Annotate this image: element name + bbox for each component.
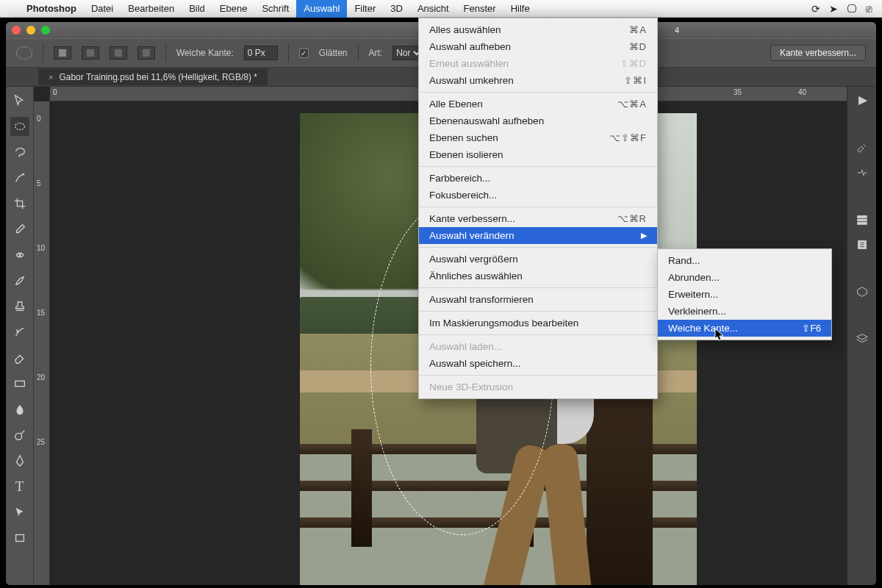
vertical-ruler: 0 5 10 15 20 25: [34, 101, 50, 585]
type-tool-icon[interactable]: T: [10, 477, 29, 496]
menu-3d[interactable]: 3D: [383, 0, 410, 18]
submenu-item[interactable]: Abrunden...: [658, 269, 831, 286]
menu-filter[interactable]: Filter: [347, 0, 383, 18]
app-name[interactable]: Photoshop: [19, 3, 84, 14]
menu-item[interactable]: Auswahl speichern...: [419, 355, 657, 372]
menu-item-label: Farbbereich...: [429, 173, 490, 184]
tray-sync-icon[interactable]: ⟳: [811, 3, 820, 15]
menu-item[interactable]: Farbbereich...: [419, 170, 657, 187]
antialias-checkbox[interactable]: ✓: [299, 49, 309, 58]
menu-item[interactable]: Im Maskierungsmodus bearbeiten: [419, 315, 657, 331]
menu-fenster[interactable]: Fenster: [456, 0, 503, 18]
menu-item-shortcut: ⇧⌘D: [620, 58, 647, 69]
window-minimize-button[interactable]: [26, 26, 35, 35]
menu-item: Auswahl laden...: [419, 338, 657, 355]
menu-item[interactable]: Auswahl umkehren⇧⌘I: [419, 72, 657, 89]
eraser-tool-icon[interactable]: [10, 348, 29, 368]
tray-arrow-icon[interactable]: ➤: [829, 3, 838, 15]
menu-item-shortcut: ⌘D: [629, 41, 647, 52]
svg-point-0: [15, 123, 24, 130]
tray-airplay-icon[interactable]: ⎚: [866, 3, 872, 15]
panel-3d-icon[interactable]: [853, 284, 871, 300]
panel-history-icon[interactable]: [853, 212, 871, 228]
panel-brushes-icon[interactable]: [853, 140, 871, 156]
svg-rect-7: [857, 223, 867, 225]
menu-item[interactable]: Ebenen suchen⌥⇧⌘F: [419, 129, 657, 146]
healing-tool-icon[interactable]: [10, 245, 29, 265]
refine-edge-button[interactable]: Kante verbessern...: [770, 45, 866, 61]
menu-bearbeiten[interactable]: Bearbeiten: [121, 0, 182, 18]
menu-datei[interactable]: Datei: [84, 0, 121, 18]
dodge-tool-icon[interactable]: [10, 426, 29, 445]
menu-ebene[interactable]: Ebene: [212, 0, 255, 18]
menu-item[interactable]: Auswahl vergrößern: [419, 251, 657, 268]
panel-layers-icon[interactable]: [853, 331, 871, 347]
tab-close-icon[interactable]: ×: [49, 73, 53, 82]
ruler-tick: 20: [37, 373, 45, 381]
menu-item[interactable]: Auswahl verändern▶: [419, 227, 657, 244]
marquee-tool-icon[interactable]: [10, 117, 29, 136]
menu-item[interactable]: Kante verbessern...⌥⌘R: [419, 210, 657, 227]
tray-display-icon[interactable]: 🖵: [847, 3, 857, 15]
selection-mode-intersect[interactable]: [137, 46, 155, 60]
submenu-item[interactable]: Erweitern...: [658, 286, 831, 303]
move-tool-icon[interactable]: [10, 91, 29, 110]
menu-item-label: Auswahl aufheben: [429, 41, 511, 52]
quick-select-tool-icon[interactable]: [10, 168, 29, 187]
blur-tool-icon[interactable]: [10, 400, 29, 419]
menu-item[interactable]: Fokusbereich...: [419, 187, 657, 204]
menu-hilfe[interactable]: Hilfe: [503, 0, 537, 18]
submenu-item-label: Weiche Kante...: [668, 323, 738, 334]
svg-rect-4: [15, 535, 24, 542]
panel-play-icon[interactable]: [853, 93, 871, 109]
eyedropper-tool-icon[interactable]: [10, 220, 29, 239]
crop-tool-icon[interactable]: [10, 194, 29, 213]
stamp-tool-icon[interactable]: [10, 297, 29, 316]
document-tab[interactable]: × Gabor Training.psd bei 11,6% (Helligke…: [38, 68, 268, 85]
path-select-tool-icon[interactable]: [10, 503, 29, 522]
gradient-tool-icon[interactable]: [10, 374, 29, 393]
menu-item-label: Auswahl laden...: [429, 341, 502, 352]
style-label: Art:: [369, 48, 383, 58]
menu-item[interactable]: Ähnliches auswählen: [419, 268, 657, 284]
menu-item-label: Auswahl speichern...: [429, 358, 521, 369]
menu-auswahl[interactable]: Auswahl: [296, 0, 347, 18]
window-close-button[interactable]: [12, 26, 21, 35]
menu-bild[interactable]: Bild: [182, 0, 212, 18]
menu-item-label: Erneut auswählen: [429, 58, 509, 69]
window-zoom-button[interactable]: [41, 26, 50, 35]
menu-item: Neue 3D-Extrusion: [419, 379, 657, 395]
pen-tool-icon[interactable]: [10, 451, 29, 470]
menu-item[interactable]: Alle Ebenen⌥⌘A: [419, 96, 657, 112]
selection-mode-new[interactable]: [54, 46, 71, 60]
menu-item[interactable]: Ebenen isolieren: [419, 146, 657, 163]
submenu-item[interactable]: Weiche Kante...⇧F6: [658, 320, 831, 337]
menu-item[interactable]: Auswahl transformieren: [419, 291, 657, 308]
menu-item[interactable]: Ebenenauswahl aufheben: [419, 112, 657, 129]
panel-clone-icon[interactable]: [853, 165, 871, 181]
svg-rect-2: [15, 381, 24, 386]
brush-tool-icon[interactable]: [10, 271, 29, 290]
submenu-item[interactable]: Rand...: [658, 252, 831, 269]
feather-input[interactable]: [244, 46, 278, 60]
ruler-tick: 5: [37, 179, 41, 187]
menu-item-shortcut: ⌘A: [629, 24, 647, 35]
menu-schrift[interactable]: Schrift: [254, 0, 296, 18]
panel-actions-icon[interactable]: [853, 237, 871, 253]
selection-mode-subtract[interactable]: [110, 46, 127, 60]
menu-item-shortcut: ⌥⌘A: [617, 98, 647, 110]
svg-rect-5: [857, 216, 867, 218]
menu-ansicht[interactable]: Ansicht: [410, 0, 456, 18]
svg-point-3: [15, 433, 21, 440]
menu-item[interactable]: Alles auswählen⌘A: [419, 21, 657, 38]
menu-item[interactable]: Auswahl aufheben⌘D: [419, 38, 657, 55]
lasso-tool-icon[interactable]: [10, 143, 29, 162]
selection-mode-add[interactable]: [82, 46, 99, 60]
history-brush-tool-icon[interactable]: [10, 323, 29, 342]
submenu-item-label: Verkleinern...: [668, 306, 726, 317]
active-tool-icon[interactable]: [16, 46, 32, 60]
submenu-item[interactable]: Verkleinern...: [658, 303, 831, 320]
menu-item-label: Im Maskierungsmodus bearbeiten: [429, 318, 578, 329]
menu-item-label: Kante verbessern...: [429, 213, 515, 224]
rectangle-tool-icon[interactable]: [10, 528, 29, 548]
